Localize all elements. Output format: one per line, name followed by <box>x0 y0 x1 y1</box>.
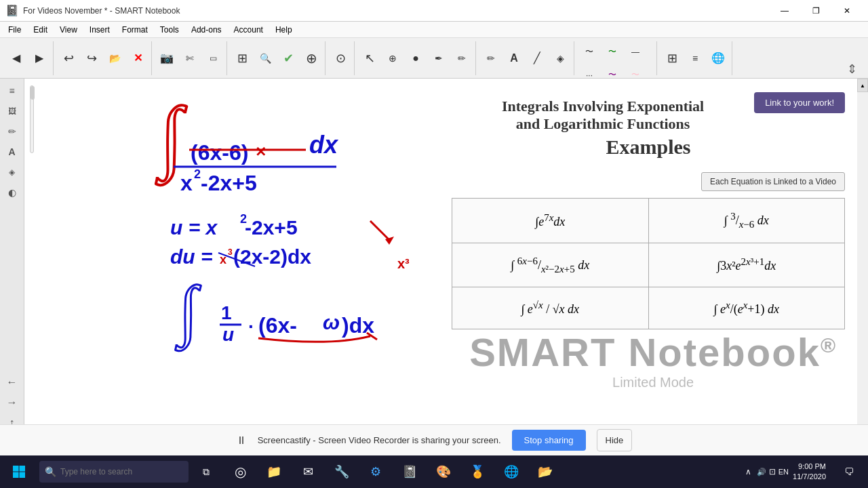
app-button-4[interactable]: 🏅 <box>461 455 494 488</box>
expand-button[interactable]: ⇕ <box>841 58 863 80</box>
close-button[interactable]: ✕ <box>831 0 863 22</box>
curve2-button[interactable]: 〜 <box>601 41 623 63</box>
cell-6x6-frac[interactable]: ∫ 6x−6/x²−2x+5 dx <box>452 243 649 287</box>
svg-text:∫: ∫ <box>175 272 201 351</box>
sidebar-text-button[interactable]: A <box>3 142 22 161</box>
svg-text:u: u <box>222 324 234 345</box>
eraser-button[interactable]: ◈ <box>549 47 571 69</box>
text-button[interactable]: A <box>503 47 525 69</box>
pen-tool-button[interactable]: ✒ <box>428 47 450 69</box>
windows-logo-icon <box>12 465 26 479</box>
app-icon: 📓 <box>5 4 19 17</box>
language-indicator[interactable]: EN <box>778 468 789 476</box>
notifications-icon[interactable]: ∧ <box>745 467 751 476</box>
window-controls: — ❐ ✕ <box>769 0 863 22</box>
view-group: ⊞ ≡ 🌐 <box>658 41 732 75</box>
menu-help[interactable]: Help <box>270 24 298 36</box>
eq-linked-button[interactable]: Each Equation is Linked to a Video <box>701 172 845 191</box>
taskbar-search-input[interactable] <box>60 467 176 476</box>
app-button-2[interactable]: ⚙ <box>359 455 392 488</box>
sidebar-left-arrow[interactable]: ← <box>3 373 22 392</box>
globe-button[interactable]: 🌐 <box>707 47 729 69</box>
screen-tool-button[interactable]: ⊙ <box>330 47 351 69</box>
cortana-button[interactable]: ◎ <box>224 455 256 488</box>
app-button-1[interactable]: 🔧 <box>326 455 358 488</box>
cell-3-over-x6[interactable]: ∫ 3/x−6 dx <box>648 199 845 243</box>
sidebar-pen-button[interactable]: ✏ <box>3 122 22 141</box>
circle-tool-button[interactable]: ● <box>405 47 427 69</box>
action-center-button[interactable]: 🗨 <box>833 455 865 488</box>
multi-select-button[interactable]: ⊕ <box>382 47 403 69</box>
stop-sharing-button[interactable]: Stop sharing <box>512 430 586 451</box>
menu-edit[interactable]: Edit <box>28 24 53 36</box>
link-to-work-button[interactable]: Link to your work! <box>754 92 845 113</box>
menu-addons[interactable]: Add-ons <box>186 24 227 36</box>
taskbar-search-bar[interactable]: 🔍 <box>39 461 189 483</box>
smart-brand: SMART Notebook® Limited Mode <box>469 329 837 390</box>
sidebar-right-arrow[interactable]: → <box>3 393 22 412</box>
sidebar-pages-button[interactable]: ≡ <box>3 81 22 100</box>
start-button[interactable] <box>3 455 35 488</box>
notebook-app-button[interactable]: 📓 <box>393 455 426 488</box>
chrome-button[interactable]: 🌐 <box>495 455 528 488</box>
shape-button[interactable]: ▭ <box>202 47 224 69</box>
curve1-button[interactable]: 〜 <box>578 41 600 63</box>
table-button[interactable]: ⊞ <box>231 43 253 74</box>
files-button[interactable]: 📂 <box>529 455 561 488</box>
titlebar: 📓 For Videos November * - SMART Notebook… <box>0 0 868 22</box>
screen-group: ⊙ <box>327 41 355 75</box>
drawing-tools-group: ↖ ⊕ ● ✒ ✏ <box>356 41 476 75</box>
hide-button[interactable]: Hide <box>597 429 633 451</box>
network-icon[interactable]: ⊡ <box>769 467 776 476</box>
volume-icon[interactable]: 🔊 <box>757 468 766 476</box>
page-indicator <box>30 85 34 153</box>
svg-rect-32 <box>20 472 26 479</box>
menu-insert[interactable]: Insert <box>84 24 115 36</box>
menu-format[interactable]: Format <box>117 24 153 36</box>
svg-text:(6x-: (6x- <box>258 313 297 338</box>
scroll-up-button[interactable]: ▲ <box>857 79 868 92</box>
camera-button[interactable]: 📷 <box>156 47 178 69</box>
clock[interactable]: 9:00 PM 11/7/2020 <box>793 462 826 483</box>
add-activity-button[interactable]: ⊕ <box>300 47 322 69</box>
lines-button[interactable]: ≡ <box>684 47 706 69</box>
sidebar-eraser-button[interactable]: ◈ <box>3 163 22 182</box>
forward-button[interactable]: ▶ <box>28 47 50 69</box>
close-file-button[interactable]: ✕ <box>127 47 149 69</box>
math-examples-table: ∫e7xdx ∫ 3/x−6 dx ∫ 6x−6/x²−2x+5 dx ∫3x²… <box>452 198 845 329</box>
cell-e7x[interactable]: ∫e7xdx <box>452 199 649 243</box>
grid-button[interactable]: ⊞ <box>661 47 683 69</box>
menu-view[interactable]: View <box>54 24 83 36</box>
svg-text:x: x <box>180 171 193 195</box>
open-button[interactable]: 📂 <box>104 47 125 69</box>
svg-text:u = x: u = x <box>170 216 218 239</box>
cell-esqrtx[interactable]: ∫ e√x / √x dx <box>452 287 649 329</box>
sidebar-shade-button[interactable]: ◐ <box>3 183 22 202</box>
check-button[interactable]: ✔ <box>277 47 299 69</box>
file-explorer-button[interactable]: 📁 <box>258 455 290 488</box>
cut-button[interactable]: ✄ <box>179 47 201 69</box>
maximize-button[interactable]: ❐ <box>800 0 831 22</box>
svg-text:x: x <box>220 253 226 266</box>
task-view-button[interactable]: ⧉ <box>190 455 222 488</box>
dash1-button[interactable]: — <box>625 41 646 63</box>
outlook-button[interactable]: ✉ <box>292 455 324 488</box>
sidebar-gallery-button[interactable]: 🖼 <box>3 102 22 121</box>
select-tool-button[interactable]: ↖ <box>359 47 380 69</box>
cell-3x2-exp[interactable]: ∫3x²e2x³+1dx <box>648 243 845 287</box>
zoom-button[interactable]: 🔍 <box>254 47 276 69</box>
undo-button[interactable]: ↩ <box>58 47 79 69</box>
pen2-tool-button[interactable]: ✏ <box>451 47 473 69</box>
menu-file[interactable]: File <box>3 24 26 36</box>
app-button-3[interactable]: 🎨 <box>427 455 460 488</box>
cell-ex-over-exp1[interactable]: ∫ ex/(ex+1) dx <box>648 287 845 329</box>
menu-tools[interactable]: Tools <box>155 24 184 36</box>
minimize-button[interactable]: — <box>769 0 800 22</box>
screencastify-message: Screencastify - Screen Video Recorder is… <box>258 435 501 445</box>
redo-button[interactable]: ↪ <box>81 47 102 69</box>
line-button[interactable]: ╱ <box>526 47 548 69</box>
menu-account[interactable]: Account <box>229 24 269 36</box>
nav-group: ◀ ▶ <box>3 41 54 75</box>
back-button[interactable]: ◀ <box>5 47 27 69</box>
pencil-button[interactable]: ✏ <box>480 47 502 69</box>
